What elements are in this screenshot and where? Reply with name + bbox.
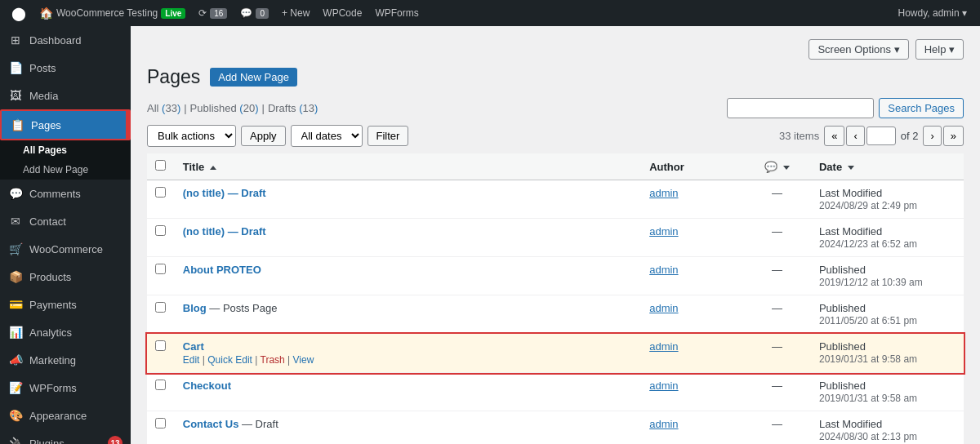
row-checkbox[interactable]: [155, 264, 166, 274]
date-filter-select[interactable]: All dates: [291, 125, 363, 147]
row-action-trash[interactable]: Trash: [261, 354, 285, 366]
author-link[interactable]: admin: [649, 225, 678, 238]
row-actions: Edit | Quick Edit | Trash | View: [183, 354, 633, 366]
page-title-link[interactable]: (no title) — Draft: [183, 225, 266, 238]
comments-icon: 💬: [764, 161, 777, 173]
search-input[interactable]: [727, 98, 874, 118]
wpcode-menu[interactable]: WPCode: [318, 0, 367, 26]
comments-column-header[interactable]: 💬: [743, 153, 811, 180]
sidebar-item-payments[interactable]: 💳 Payments: [0, 291, 131, 318]
sidebar-item-contact[interactable]: ✉ Contact: [0, 207, 131, 235]
prev-page-button[interactable]: ‹: [846, 126, 864, 146]
apply-button[interactable]: Apply: [241, 126, 286, 146]
current-page-input[interactable]: 1: [866, 127, 896, 145]
sidebar-item-pages[interactable]: 📋 Pages: [0, 109, 131, 140]
author-column-header[interactable]: Author: [641, 153, 743, 180]
select-all-checkbox[interactable]: [155, 160, 166, 171]
author-link[interactable]: admin: [649, 380, 678, 392]
row-checkbox-cell: [147, 334, 175, 373]
page-title-link[interactable]: Checkout: [183, 380, 231, 392]
row-date-cell: Published2019/01/31 at 9:58 am: [811, 373, 964, 411]
plugins-icon: 🔌: [8, 436, 23, 444]
help-button[interactable]: Help ▾: [915, 39, 964, 60]
first-page-button[interactable]: «: [824, 126, 844, 146]
row-checkbox[interactable]: [155, 225, 166, 236]
row-title-cell: Blog — Posts PageEdit | Quick Edit | Tra…: [175, 295, 641, 334]
row-checkbox[interactable]: [155, 340, 166, 351]
page-title-link[interactable]: Blog: [183, 302, 207, 314]
date-label: Published: [819, 380, 866, 392]
row-checkbox[interactable]: [155, 187, 166, 198]
author-link[interactable]: admin: [649, 187, 678, 199]
author-link[interactable]: admin: [649, 264, 678, 276]
add-new-page-button[interactable]: Add New Page: [210, 68, 297, 87]
items-count: 33 items: [779, 130, 819, 142]
row-action-edit[interactable]: Edit: [183, 354, 200, 366]
submenu-all-pages[interactable]: All Pages: [0, 140, 131, 160]
submenu-add-new-page[interactable]: Add New Page: [0, 160, 131, 180]
date-value: 2024/12/23 at 6:52 am: [819, 238, 917, 250]
bulk-actions-select[interactable]: Bulk actions: [147, 125, 236, 147]
page-title-link[interactable]: About PROTEO: [183, 264, 261, 276]
page-title: Pages: [147, 66, 200, 88]
row-comments-cell: —: [743, 219, 811, 257]
table-row: Blog — Posts PageEdit | Quick Edit | Tra…: [147, 295, 964, 334]
sidebar-item-woocommerce[interactable]: 🛒 WooCommerce: [0, 235, 131, 263]
row-action-quick-edit[interactable]: Quick Edit: [207, 354, 252, 366]
page-title-link[interactable]: (no title) — Draft: [183, 187, 266, 199]
sidebar: ⊞ Dashboard 📄 Posts 🖼 Media 📋 Pages All …: [0, 26, 131, 444]
sidebar-item-plugins[interactable]: 🔌 Plugins 13: [0, 429, 131, 444]
date-value: 2024/08/30 at 2:13 pm: [819, 431, 917, 442]
next-page-button[interactable]: ›: [923, 126, 941, 146]
sidebar-item-appearance[interactable]: 🎨 Appearance: [0, 402, 131, 429]
row-checkbox[interactable]: [155, 380, 166, 390]
main-content: Screen Options ▾ Help ▾ Pages Add New Pa…: [131, 26, 980, 444]
screen-options-button[interactable]: Screen Options ▾: [808, 39, 908, 60]
row-checkbox[interactable]: [155, 302, 166, 313]
filter-published[interactable]: Published (20): [190, 102, 259, 114]
date-label: Published: [819, 264, 866, 276]
updates-counter[interactable]: ⟳ 16: [194, 0, 232, 26]
filter-button[interactable]: Filter: [368, 126, 409, 146]
date-column-header[interactable]: Date: [811, 153, 964, 180]
sidebar-item-products[interactable]: 📦 Products: [0, 263, 131, 291]
title-column-header[interactable]: Title: [175, 153, 641, 180]
author-link[interactable]: admin: [649, 302, 678, 314]
comments-icon: 💬: [8, 186, 23, 201]
row-date-cell: Last Modified2024/08/30 at 2:13 pm: [811, 411, 964, 445]
sidebar-item-dashboard[interactable]: ⊞ Dashboard: [0, 26, 131, 54]
row-date-cell: Last Modified2024/12/23 at 6:52 am: [811, 219, 964, 257]
sidebar-item-wpforms[interactable]: 📝 WPForms: [0, 374, 131, 402]
sidebar-item-marketing[interactable]: 📣 Marketing: [0, 346, 131, 374]
sidebar-item-posts[interactable]: 📄 Posts: [0, 54, 131, 82]
search-area: Search Pages: [727, 98, 964, 118]
row-checkbox[interactable]: [155, 418, 166, 428]
author-link[interactable]: admin: [649, 418, 678, 430]
page-title-link[interactable]: Cart: [183, 340, 204, 353]
table-row: CartEdit | Quick Edit | Trash | Viewadmi…: [147, 334, 964, 373]
last-page-button[interactable]: »: [943, 126, 964, 146]
row-action-view[interactable]: View: [293, 354, 314, 366]
row-title-cell: About PROTEOEdit | Quick Edit | Trash | …: [175, 257, 641, 295]
row-author-cell: admin: [641, 219, 743, 257]
new-content[interactable]: + New: [277, 0, 314, 26]
wpforms-icon: 📝: [8, 380, 23, 395]
row-author-cell: admin: [641, 373, 743, 411]
site-name[interactable]: 🏠 WooCommerce Testing Live: [34, 0, 190, 26]
sidebar-item-analytics[interactable]: 📊 Analytics: [0, 318, 131, 346]
filter-drafts[interactable]: Drafts (13): [268, 102, 318, 114]
toolbar: Bulk actions Apply All dates Filter 33 i…: [147, 125, 964, 147]
comments-counter[interactable]: 💬 0: [235, 0, 274, 26]
page-title-link[interactable]: Contact Us: [183, 418, 239, 430]
filter-all[interactable]: All (33): [147, 102, 180, 114]
date-label: Published: [819, 302, 866, 314]
sidebar-item-comments[interactable]: 💬 Comments: [0, 180, 131, 207]
wp-logo[interactable]: ⬤: [7, 0, 31, 26]
wpforms-menu[interactable]: WPForms: [370, 0, 423, 26]
date-label: Last Modified: [819, 418, 882, 430]
row-author-cell: admin: [641, 411, 743, 445]
sidebar-item-media[interactable]: 🖼 Media: [0, 82, 131, 109]
author-link[interactable]: admin: [649, 340, 678, 353]
dashboard-icon: ⊞: [8, 33, 23, 47]
search-pages-button[interactable]: Search Pages: [879, 98, 964, 118]
